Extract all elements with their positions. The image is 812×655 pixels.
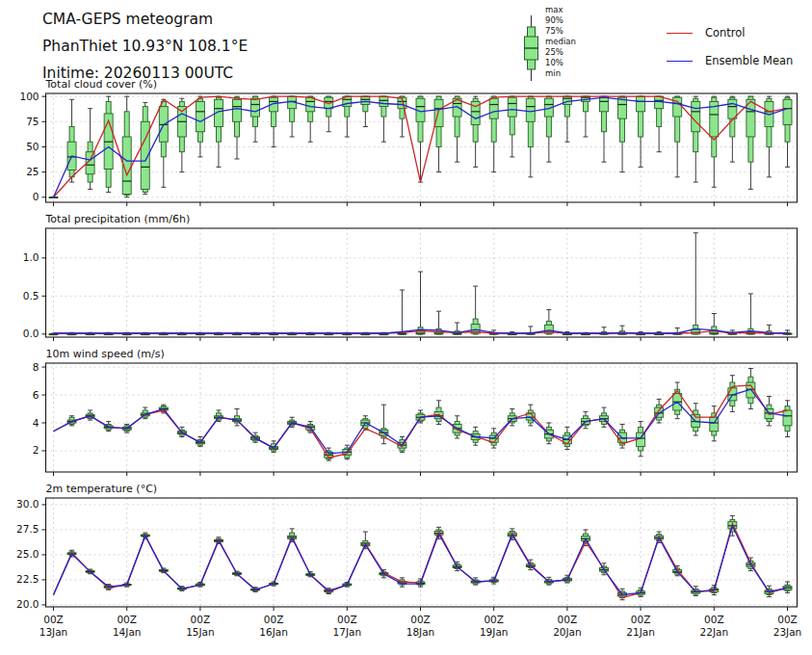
grid-lines xyxy=(46,498,798,607)
meteogram-page: 0255075100Total cloud cover (%)0.00.51.0… xyxy=(0,0,812,655)
box-whisker-glyphs xyxy=(67,369,792,461)
total-cloud-cover-panel: 0255075100Total cloud cover (%) xyxy=(19,78,797,206)
x-tick-hour-label: 00Z xyxy=(558,614,578,625)
x-tick-hour-label: 00Z xyxy=(43,614,64,625)
y-tick-label: 2 xyxy=(33,444,39,456)
box-glyph xyxy=(747,369,755,409)
wind-speed-10m-panel: 246810m wind speed (m/s) xyxy=(33,348,798,476)
box-glyph xyxy=(196,96,204,157)
box-glyph xyxy=(728,96,737,162)
x-tick-day-label: 15Jan xyxy=(186,626,215,638)
box-glyph xyxy=(765,396,773,425)
box-glyph xyxy=(526,96,535,177)
box-glyph xyxy=(637,96,645,167)
x-tick-day-label: 21Jan xyxy=(626,626,655,638)
x-axis-ticks xyxy=(54,607,788,611)
y-tick-label: 0 xyxy=(33,191,39,202)
box-glyph xyxy=(655,96,664,152)
x-tick-day-label: 17Jan xyxy=(333,626,362,638)
box-glyph xyxy=(104,96,113,192)
legend-label-p90: 90% xyxy=(545,15,576,26)
y-axis: 0.00.51.0 xyxy=(23,251,46,339)
x-tick-hour-label: 00Z xyxy=(484,614,504,625)
x-tick-day-label: 23Jan xyxy=(773,626,802,638)
box-glyph xyxy=(49,197,58,198)
y-tick-label: 30.0 xyxy=(16,498,39,510)
box-glyph xyxy=(544,96,553,162)
legend-label-control: Control xyxy=(705,26,746,39)
box-glyph xyxy=(692,404,700,435)
box-glyph xyxy=(86,410,94,420)
total-precipitation-panel: 0.00.51.0Total precipitation (mm/6h) xyxy=(23,213,798,341)
y-tick-label: 20.0 xyxy=(16,598,39,610)
box-glyph xyxy=(288,417,297,427)
x-tick-day-label: 19Jan xyxy=(480,626,509,638)
y-tick-label: 25 xyxy=(26,166,39,177)
box-glyph xyxy=(434,401,443,425)
x-tick-hour-label: 00Z xyxy=(191,614,211,625)
x-tick-day-label: 14Jan xyxy=(113,626,142,638)
legend-row-control: Control xyxy=(667,25,793,40)
title-line-inittime: Initime: 20260113 00UTC xyxy=(42,60,248,87)
y-tick-label: 1.0 xyxy=(23,251,39,263)
x-tick-hour-label: 00Z xyxy=(117,614,137,625)
x-axis-ticks xyxy=(54,337,788,341)
x-tick-hour-label: 00Z xyxy=(337,614,357,625)
box-glyph xyxy=(122,96,131,197)
box-glyph xyxy=(288,529,297,542)
box-glyph xyxy=(765,96,773,177)
boxplot-legend-labels: max 90% 75% median 25% 10% min xyxy=(545,5,576,79)
x-tick-day-label: 13Jan xyxy=(39,626,68,638)
box-glyph xyxy=(783,401,792,437)
box-glyph xyxy=(306,96,315,142)
box-glyph xyxy=(783,582,792,592)
box-glyph xyxy=(581,96,589,137)
y-axis: 2468 xyxy=(33,361,46,457)
y-tick-label: 4 xyxy=(33,417,39,429)
boxplot-legend-icon xyxy=(518,6,545,87)
y-tick-label: 0.5 xyxy=(23,290,39,301)
legend-label-min: min xyxy=(545,68,576,79)
x-tick-hour-label: 00Z xyxy=(264,614,284,625)
title-line-product: CMA-GEPS meteogram xyxy=(42,6,248,33)
box-glyph xyxy=(416,272,425,334)
y-tick-label: 75 xyxy=(26,116,39,127)
y-tick-label: 50 xyxy=(26,141,39,152)
panel-title: Total precipitation (mm/6h) xyxy=(45,213,191,225)
box-glyph xyxy=(600,407,609,427)
box-glyph xyxy=(673,382,682,419)
x-tick-hour-label: 00Z xyxy=(410,614,431,625)
box-glyph xyxy=(141,102,149,194)
box-glyph xyxy=(747,294,755,334)
panel-title: 10m wind speed (m/s) xyxy=(46,348,165,360)
page-title: CMA-GEPS meteogram PhanThiet 10.93°N 108… xyxy=(42,6,248,87)
box-glyph xyxy=(471,286,480,334)
x-tick-hour-label: 00Z xyxy=(704,614,724,625)
legend-label-p10: 10% xyxy=(545,58,576,68)
axes-frame xyxy=(46,228,798,337)
x-axis-ticks xyxy=(54,202,788,206)
y-axis: 0255075100 xyxy=(19,91,45,203)
legend-label-p25: 25% xyxy=(545,47,576,58)
y-tick-label: 27.5 xyxy=(16,523,39,535)
ensemble-mean-line-sample xyxy=(667,61,693,62)
box-glyph xyxy=(600,96,609,162)
box-glyph xyxy=(783,96,792,167)
legend-label-ensemble-mean: Ensemble Mean xyxy=(705,54,793,67)
x-tick-day-label: 20Jan xyxy=(553,626,582,638)
box-glyph xyxy=(489,96,498,171)
ensemble-mean-line xyxy=(54,526,788,595)
x-axis-labels: 00Z13Jan00Z14Jan00Z15Jan00Z16Jan00Z17Jan… xyxy=(39,614,802,638)
box-glyph xyxy=(398,96,406,137)
box-glyph xyxy=(710,96,719,187)
y-tick-label: 8 xyxy=(33,361,39,373)
box-glyph xyxy=(692,96,700,182)
temperature-2m-panel: 20.022.525.027.530.02m temperature (°C) xyxy=(16,483,797,611)
box-glyph xyxy=(86,109,94,190)
control-line-sample xyxy=(667,33,693,34)
y-tick-label: 22.5 xyxy=(16,573,39,585)
axes-frame xyxy=(46,498,798,607)
y-axis: 20.022.525.027.530.0 xyxy=(16,498,45,610)
x-tick-day-label: 16Jan xyxy=(259,626,288,638)
x-axis-ticks xyxy=(54,472,788,476)
